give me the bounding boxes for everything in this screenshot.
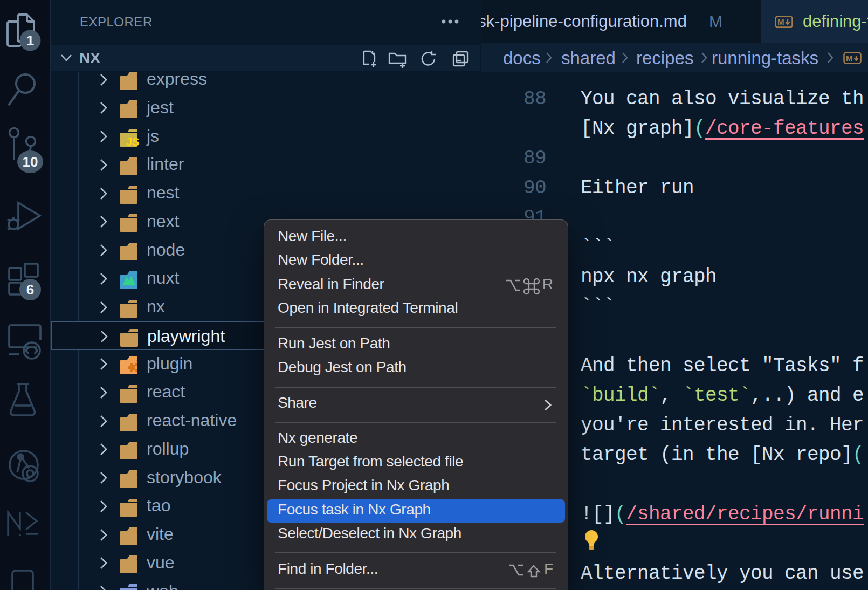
svg-text:JS: JS bbox=[126, 136, 139, 148]
svg-text:10: 10 bbox=[23, 154, 38, 170]
svg-text:1: 1 bbox=[26, 32, 34, 49]
svg-text:6: 6 bbox=[26, 282, 34, 298]
svg-text:M: M bbox=[846, 53, 853, 63]
svg-text:M: M bbox=[777, 17, 784, 26]
